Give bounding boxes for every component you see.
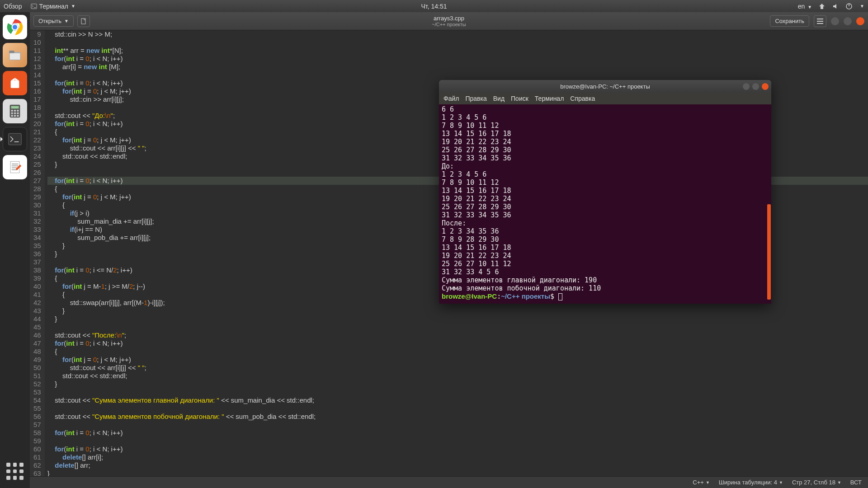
launcher-chrome[interactable] [3,15,27,39]
svg-rect-27 [81,19,85,24]
launcher-files[interactable] [3,43,27,67]
terminal-scrollbar[interactable] [767,104,771,304]
network-icon[interactable] [818,3,826,10]
terminal-menu-терминал[interactable]: Терминал [535,95,564,102]
app-menu[interactable]: Терминал ▼ [31,3,75,10]
new-file-icon [80,18,87,25]
minimize-button[interactable] [831,17,839,25]
terminal-titlebar[interactable]: browze@Ivan-PC: ~/C++ проекты [439,80,771,93]
terminal-menu-справка[interactable]: Справка [570,95,595,102]
status-position: Стр 27, Стлб 18▼ [792,479,841,486]
svg-rect-19 [14,115,16,117]
terminal-minimize[interactable] [743,83,750,90]
terminal-maximize[interactable] [752,83,759,90]
volume-icon[interactable] [832,3,839,10]
svg-rect-18 [11,115,13,117]
terminal-title-text: browze@Ivan-PC: ~/C++ проекты [560,83,650,90]
gedit-header: Открыть▼ arrays3.cpp ~/C++ проекты Сохра… [30,12,868,30]
terminal-menu-поиск[interactable]: Поиск [511,95,528,102]
power-icon[interactable] [845,3,853,10]
svg-rect-8 [10,53,20,60]
line-gutter: 9101112131415161718192021222324252627282… [30,30,45,476]
status-insert[interactable]: ВСТ [850,479,862,486]
terminal-close[interactable] [762,83,769,90]
svg-rect-14 [17,110,19,112]
launcher-show-apps[interactable] [3,459,27,483]
launcher-text-editor[interactable] [3,155,27,179]
launcher-software[interactable] [3,71,27,95]
svg-rect-13 [14,110,16,112]
svg-rect-17 [17,113,19,114]
terminal-menu-вид[interactable]: Вид [493,95,505,102]
clock[interactable]: Чт, 14:51 [421,3,447,10]
terminal-icon [31,3,37,9]
keyboard-layout[interactable]: en ▼ [798,3,812,10]
svg-rect-21 [9,133,21,145]
window-title: arrays3.cpp ~/C++ проекты [432,15,466,27]
save-button[interactable]: Сохранить [770,15,809,27]
system-menu-chevron[interactable]: ▼ [860,4,864,9]
svg-rect-12 [11,110,13,112]
svg-rect-16 [14,113,16,114]
launcher-terminal[interactable] [3,127,27,151]
app-menu-label: Терминал [39,3,68,10]
activities-button[interactable]: Обзор [4,3,22,10]
svg-rect-0 [31,4,37,9]
maximize-button[interactable] [844,17,852,25]
terminal-menu-правка[interactable]: Правка [465,95,486,102]
hamburger-menu[interactable] [814,15,826,27]
svg-rect-7 [9,51,14,53]
terminal-body[interactable]: 6 6 1 2 3 4 5 6 7 8 9 10 11 12 13 14 15 … [439,104,771,304]
open-button[interactable]: Открыть▼ [33,15,74,27]
terminal-menubar: ФайлПравкаВидПоискТерминалСправка [439,93,771,104]
terminal-menu-файл[interactable]: Файл [443,95,459,102]
status-language[interactable]: C++▼ [693,479,710,486]
top-panel: Обзор Терминал ▼ Чт, 14:51 en ▼ ▼ [0,0,868,12]
chevron-down-icon: ▼ [71,4,75,9]
new-document-button[interactable] [77,15,90,27]
svg-rect-11 [11,106,19,109]
svg-rect-20 [17,115,19,117]
close-button[interactable] [856,17,864,25]
svg-point-5 [12,24,18,30]
status-tabwidth[interactable]: Ширина табуляции: 4▼ [719,479,783,486]
launcher [0,12,30,488]
terminal-window: browze@Ivan-PC: ~/C++ проекты ФайлПравка… [439,80,771,304]
svg-rect-15 [11,113,13,114]
statusbar: C++▼ Ширина табуляции: 4▼ Стр 27, Стлб 1… [30,476,868,488]
svg-rect-9 [11,81,19,88]
launcher-calculator[interactable] [3,99,27,123]
